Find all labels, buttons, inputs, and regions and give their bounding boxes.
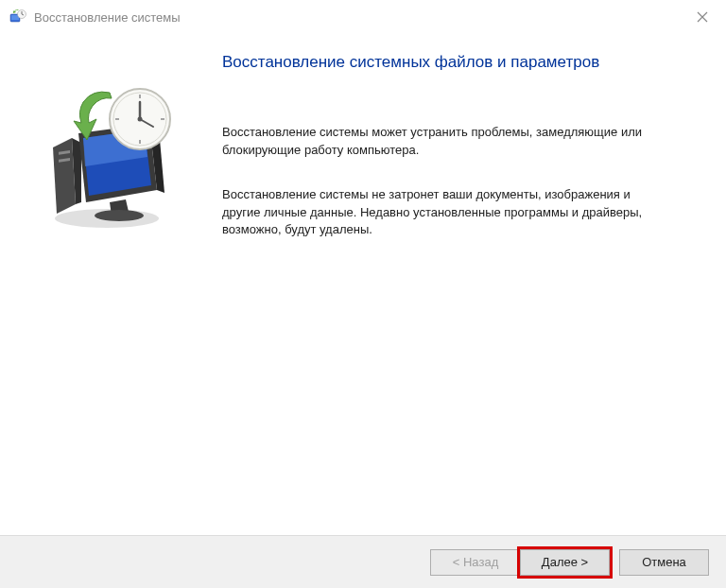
close-icon — [697, 11, 708, 23]
close-button[interactable] — [688, 3, 717, 31]
system-restore-illustration-icon — [36, 81, 187, 233]
back-button: < Назад — [430, 549, 520, 576]
description-paragraph-1: Восстановление системы может устранить п… — [222, 124, 657, 160]
next-button[interactable]: Далее > — [520, 549, 610, 576]
back-next-group: < Назад Далее > — [430, 549, 610, 576]
titlebar: Восстановление системы — [0, 0, 726, 34]
system-restore-icon — [9, 9, 26, 26]
description-paragraph-2: Восстановление системы не затронет ваши … — [222, 186, 657, 240]
window-title: Восстановление системы — [34, 10, 688, 25]
cancel-button[interactable]: Отмена — [619, 549, 709, 576]
main-content: Восстановление системных файлов и параме… — [222, 34, 726, 535]
illustration-panel — [0, 34, 222, 535]
wizard-button-bar: < Назад Далее > Отмена — [0, 535, 726, 588]
content-area: Восстановление системных файлов и параме… — [0, 34, 726, 535]
page-heading: Восстановление системных файлов и параме… — [222, 53, 698, 72]
svg-point-6 — [95, 210, 144, 221]
svg-point-15 — [137, 117, 142, 122]
